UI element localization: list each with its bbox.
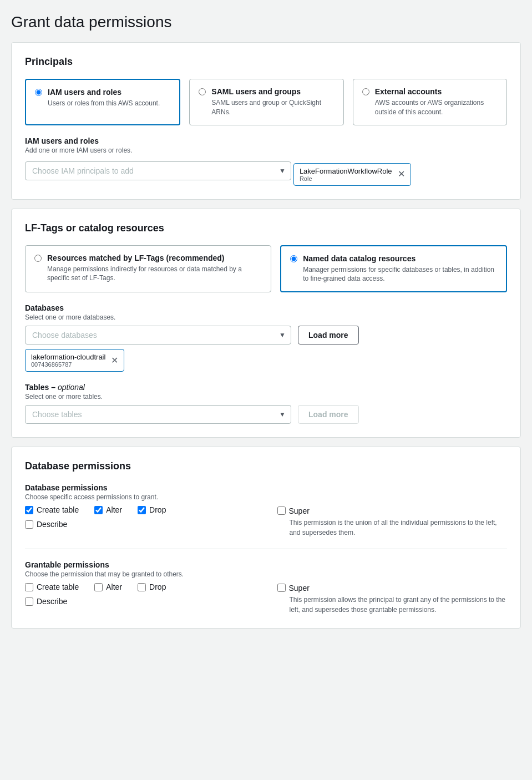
principals-section-title: Principals (25, 56, 507, 68)
principals-option-saml-desc: SAML users and group or QuickSight ARNs. (211, 98, 334, 117)
grantable-perms-row2: Describe (25, 597, 255, 606)
grantable-perm-super-label: Super (289, 584, 310, 592)
grantable-perm-alter-label: Alter (106, 583, 122, 591)
db-perm-drop-checkbox[interactable] (138, 506, 146, 514)
databases-field-hint: Select one or more databases. (25, 313, 507, 321)
iam-field-hint: Add one or more IAM users or roles. (25, 146, 507, 154)
grantable-perm-drop-label: Drop (149, 583, 166, 591)
db-perm-describe-checkbox[interactable] (25, 520, 33, 529)
principals-option-external-desc: AWS accounts or AWS organizations outsid… (375, 98, 498, 117)
db-perms-label: Database permissions (25, 483, 507, 492)
tables-field-label: Tables – optional (25, 383, 507, 392)
principals-section: Principals IAM users and roles Users or … (11, 42, 521, 200)
db-perm-drop[interactable]: Drop (138, 505, 166, 514)
db-perm-drop-label: Drop (149, 505, 166, 514)
databases-select[interactable]: Choose databases (25, 326, 291, 345)
grantable-perm-drop[interactable]: Drop (138, 583, 166, 591)
tables-field-hint: Select one or more tables. (25, 393, 507, 401)
lf-radio-named[interactable] (290, 255, 297, 262)
iam-tag-close-icon[interactable]: ✕ (398, 170, 405, 179)
db-perms-right: Super This permission is the union of al… (277, 505, 508, 538)
lf-option-named-desc: Manager permissions for specific databas… (303, 265, 497, 284)
db-perm-super-box: Super (277, 505, 508, 515)
lf-tags-radio-group: Resources matched by LF-Tags (recommende… (25, 245, 507, 293)
lf-radio-lftags[interactable] (34, 255, 42, 262)
db-perms-row1: Create table Alter Drop (25, 505, 255, 514)
tables-select[interactable]: Choose tables (25, 405, 291, 424)
lf-tags-section-title: LF-Tags or catalog resources (25, 222, 507, 234)
database-tag-close-icon[interactable]: ✕ (111, 356, 118, 365)
grantable-perms-left: Create table Alter Drop Describe (25, 583, 255, 615)
principals-radio-external[interactable] (362, 88, 369, 95)
page-title: Grant data permissions (11, 13, 521, 31)
grantable-perm-alter[interactable]: Alter (94, 583, 122, 591)
lf-option-lftags-desc: Manage permissions indirectly for resour… (47, 265, 262, 283)
db-perms-left: Create table Alter Drop Describe (25, 505, 255, 538)
db-perm-describe-label: Describe (37, 520, 67, 529)
grantable-perm-super-checkbox[interactable] (277, 584, 286, 592)
grantable-perm-describe[interactable]: Describe (25, 597, 67, 606)
databases-load-more-button[interactable]: Load more (298, 326, 359, 345)
grantable-perms-right: Super This permission allows the princip… (277, 583, 508, 615)
db-perms-group: Database permissions Choose specific acc… (25, 483, 507, 538)
grantable-perm-super[interactable]: Super (277, 584, 310, 592)
database-tag-sub: 007436865787 (31, 361, 105, 368)
db-permissions-section: Database permissions Database permission… (11, 447, 521, 629)
tables-load-more-button[interactable]: Load more (298, 405, 359, 424)
db-perm-alter[interactable]: Alter (94, 505, 122, 514)
db-perm-super-checkbox[interactable] (277, 507, 286, 515)
database-selected-tag: lakeformation-cloudtrail 007436865787 ✕ (25, 349, 124, 372)
db-perm-create-table-checkbox[interactable] (25, 506, 33, 514)
grantable-perms-grid: Create table Alter Drop Describe (25, 583, 507, 615)
db-perm-alter-label: Alter (106, 505, 122, 514)
iam-field-label: IAM users and roles (25, 136, 507, 145)
principals-option-iam-title: IAM users and roles (48, 88, 160, 97)
databases-select-row: Choose databases ▼ Load more (25, 326, 507, 345)
db-perm-create-table[interactable]: Create table (25, 505, 79, 514)
databases-field-label: Databases (25, 303, 507, 312)
lf-option-named-title: Named data catalog resources (303, 254, 497, 263)
db-perm-create-table-label: Create table (37, 505, 79, 514)
tables-field-group: Tables – optional Select one or more tab… (25, 383, 507, 424)
iam-select-wrapper: Choose IAM principals to add ▼ (25, 161, 291, 180)
grantable-perm-alter-checkbox[interactable] (94, 583, 103, 591)
principals-option-external[interactable]: External accounts AWS accounts or AWS or… (353, 79, 507, 125)
iam-tag-sub: Role (300, 175, 392, 182)
principals-radio-iam[interactable] (35, 89, 42, 96)
grantable-perm-describe-checkbox[interactable] (25, 597, 33, 606)
tables-select-row: Choose tables ▼ Load more (25, 405, 507, 424)
grantable-perms-hint: Choose the permission that may be grante… (25, 570, 507, 578)
grantable-perm-create-table-checkbox[interactable] (25, 583, 33, 591)
grantable-perm-drop-checkbox[interactable] (138, 583, 146, 591)
databases-select-wrapper: Choose databases ▼ (25, 326, 291, 345)
tables-select-wrapper: Choose tables ▼ (25, 405, 291, 424)
iam-field-group: IAM users and roles Add one or more IAM … (25, 136, 507, 186)
db-perm-super[interactable]: Super (277, 507, 310, 515)
db-perm-alter-checkbox[interactable] (94, 506, 103, 514)
iam-principals-select[interactable]: Choose IAM principals to add (25, 161, 291, 180)
lf-option-named[interactable]: Named data catalog resources Manager per… (280, 245, 507, 293)
principals-radio-group: IAM users and roles Users or roles from … (25, 79, 507, 125)
grantable-perms-group: Grantable permissions Choose the permiss… (25, 560, 507, 615)
principals-option-saml[interactable]: SAML users and groups SAML users and gro… (189, 79, 343, 125)
grantable-perm-super-desc: This permission allows the principal to … (290, 595, 508, 615)
grantable-perm-describe-label: Describe (37, 597, 67, 606)
grantable-perm-create-table-label: Create table (37, 583, 79, 591)
grantable-perm-create-table[interactable]: Create table (25, 583, 79, 591)
principals-option-iam[interactable]: IAM users and roles Users or roles from … (25, 79, 180, 125)
lf-option-lftags-title: Resources matched by LF-Tags (recommende… (47, 254, 262, 262)
principals-option-saml-title: SAML users and groups (211, 87, 334, 96)
database-tag-name: lakeformation-cloudtrail (31, 353, 105, 361)
grantable-perms-label: Grantable permissions (25, 560, 507, 569)
db-perm-describe[interactable]: Describe (25, 520, 67, 529)
db-perm-super-desc: This permission is the union of all the … (290, 518, 508, 538)
lf-option-lftags[interactable]: Resources matched by LF-Tags (recommende… (25, 245, 271, 293)
db-perm-super-label: Super (289, 507, 310, 515)
db-permissions-section-title: Database permissions (25, 460, 507, 472)
principals-option-iam-desc: Users or roles from this AWS account. (48, 99, 160, 108)
db-perms-grid: Create table Alter Drop Describe (25, 505, 507, 538)
iam-tag-name: LakeFormationWorkflowRole (300, 167, 392, 175)
grantable-perm-super-box: Super (277, 583, 508, 592)
principals-radio-saml[interactable] (199, 88, 206, 95)
databases-field-group: Databases Select one or more databases. … (25, 303, 507, 372)
